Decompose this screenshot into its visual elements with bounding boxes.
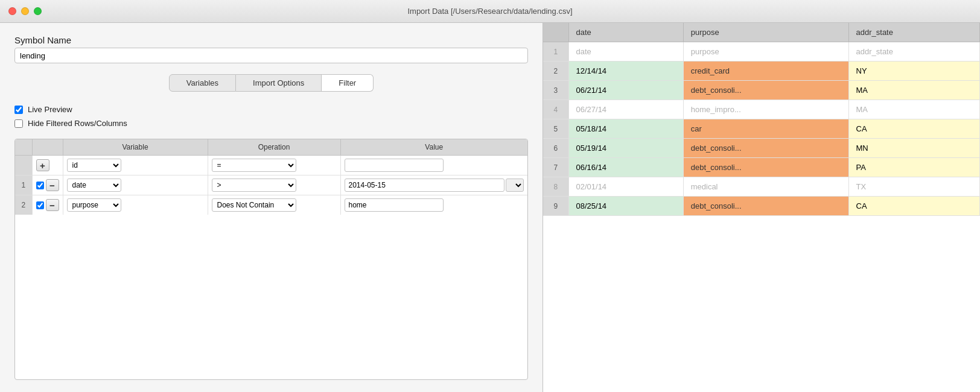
table-row: 406/27/14home_impro...MA	[543, 100, 980, 119]
tab-filter[interactable]: Filter	[322, 74, 374, 92]
row1-value-cell	[340, 175, 527, 195]
row-addr-state-cell: addr_state	[848, 42, 979, 62]
row1-variable-cell: date	[63, 175, 208, 195]
add-row-operation-cell: =	[208, 156, 340, 175]
data-table: date purpose addr_state 1datepurposeaddr…	[543, 23, 980, 216]
row-index-cell: 6	[543, 139, 568, 158]
hide-filtered-label: Hide Filtered Rows/Columns	[28, 119, 127, 128]
titlebar: Import Data [/Users/Research/data/lendin…	[0, 0, 980, 23]
add-row-value-input[interactable]	[345, 159, 444, 172]
row-addr-state-cell: CA	[848, 119, 979, 139]
row-date-cell: 08/25/14	[568, 197, 683, 216]
add-row-variable-select[interactable]: id	[67, 159, 121, 172]
row1-checkbox[interactable]	[36, 182, 44, 189]
th-addr-state: addr_state	[848, 23, 979, 42]
row-index-cell: 8	[543, 177, 568, 197]
add-row-btn-cell: +	[32, 156, 63, 175]
live-preview-checkbox[interactable]	[14, 106, 23, 114]
row1-value-dropdown[interactable]	[506, 179, 524, 192]
row1-remove-button[interactable]: −	[46, 179, 59, 191]
row-purpose-cell: medical	[683, 177, 848, 197]
th-row-index	[543, 23, 568, 42]
row-date-cell: 02/01/14	[568, 177, 683, 197]
row-purpose-cell: debt_consoli...	[683, 197, 848, 216]
hide-filtered-checkbox[interactable]	[14, 119, 23, 128]
filter-table-container: Variable Operation Value + i	[14, 139, 528, 380]
row-purpose-cell: debt_consoli...	[683, 158, 848, 177]
row-purpose-cell: debt_consoli...	[683, 81, 848, 100]
th-value: Value	[340, 139, 527, 156]
data-table-header-row: date purpose addr_state	[543, 23, 980, 42]
row1-num: 1	[15, 175, 32, 195]
row-date-cell: 05/19/14	[568, 139, 683, 158]
row-date-cell: 12/14/14	[568, 62, 683, 81]
tab-variables[interactable]: Variables	[169, 74, 236, 92]
row2-value-cell	[340, 195, 527, 215]
row2-check-cell: −	[32, 195, 63, 215]
row1-operation-select[interactable]: >	[212, 179, 296, 192]
filter-row-2: 2 − purpose	[15, 195, 527, 215]
live-preview-row[interactable]: Live Preview	[14, 105, 528, 114]
row2-value-input[interactable]	[345, 198, 444, 212]
row-index-cell: 3	[543, 81, 568, 100]
add-filter-button[interactable]: +	[36, 159, 49, 171]
table-row: 1datepurposeaddr_state	[543, 42, 980, 62]
table-row: 706/16/14debt_consoli...PA	[543, 158, 980, 177]
row-index-cell: 7	[543, 158, 568, 177]
table-row: 605/19/14debt_consoli...MN	[543, 139, 980, 158]
close-button[interactable]	[8, 7, 16, 15]
th-purpose: purpose	[683, 23, 848, 42]
table-row: 505/18/14carCA	[543, 119, 980, 139]
row-addr-state-cell: MN	[848, 139, 979, 158]
live-preview-label: Live Preview	[28, 105, 72, 114]
filter-table: Variable Operation Value + i	[15, 139, 527, 215]
table-row: 802/01/14medicalTX	[543, 177, 980, 197]
row2-remove-button[interactable]: −	[46, 199, 59, 211]
row1-value-container	[345, 179, 524, 192]
row-addr-state-cell: PA	[848, 158, 979, 177]
th-date: date	[568, 23, 683, 42]
table-row: 306/21/14debt_consoli...MA	[543, 81, 980, 100]
checkboxes-section: Live Preview Hide Filtered Rows/Columns	[14, 103, 528, 130]
row2-variable-select[interactable]: purpose	[67, 198, 121, 212]
row-index-cell: 5	[543, 119, 568, 139]
add-row-variable-cell: id	[63, 156, 208, 175]
window-title: Import Data [/Users/Research/data/lendin…	[407, 7, 572, 16]
symbol-name-input[interactable]	[14, 48, 528, 63]
titlebar-buttons	[8, 7, 42, 15]
tabs-container: Variables Import Options Filter	[14, 74, 528, 92]
row2-checkbox[interactable]	[36, 201, 44, 209]
row-date-cell: 06/16/14	[568, 158, 683, 177]
row1-value-input[interactable]	[345, 179, 505, 192]
th-check	[32, 139, 63, 156]
filter-row-1: 1 − date	[15, 175, 527, 195]
row-addr-state-cell: NY	[848, 62, 979, 81]
row1-operation-cell: >	[208, 175, 340, 195]
tab-import-options[interactable]: Import Options	[236, 74, 322, 92]
row-index-cell: 9	[543, 197, 568, 216]
add-row-operation-select[interactable]: =	[212, 159, 296, 172]
main-content: Symbol Name Variables Import Options Fil…	[0, 23, 980, 392]
row1-check-cell: −	[32, 175, 63, 195]
row-purpose-cell: car	[683, 119, 848, 139]
row-addr-state-cell: TX	[848, 177, 979, 197]
row-index-cell: 2	[543, 62, 568, 81]
right-panel: date purpose addr_state 1datepurposeaddr…	[543, 23, 980, 392]
row-addr-state-cell: MA	[848, 81, 979, 100]
th-operation: Operation	[208, 139, 340, 156]
row-date-cell: 05/18/14	[568, 119, 683, 139]
table-row: 908/25/14debt_consoli...CA	[543, 197, 980, 216]
th-rownum	[15, 139, 32, 156]
left-panel: Symbol Name Variables Import Options Fil…	[0, 23, 543, 392]
row2-operation-select[interactable]: Does Not Contain	[212, 198, 296, 212]
row2-variable-cell: purpose	[63, 195, 208, 215]
row2-operation-cell: Does Not Contain	[208, 195, 340, 215]
add-row-num	[15, 156, 32, 175]
row1-variable-select[interactable]: date	[67, 179, 121, 192]
maximize-button[interactable]	[34, 7, 42, 15]
hide-filtered-row[interactable]: Hide Filtered Rows/Columns	[14, 119, 528, 128]
symbol-name-label: Symbol Name	[14, 35, 528, 45]
row-date-cell: 06/27/14	[568, 100, 683, 119]
row-purpose-cell: purpose	[683, 42, 848, 62]
minimize-button[interactable]	[21, 7, 29, 15]
